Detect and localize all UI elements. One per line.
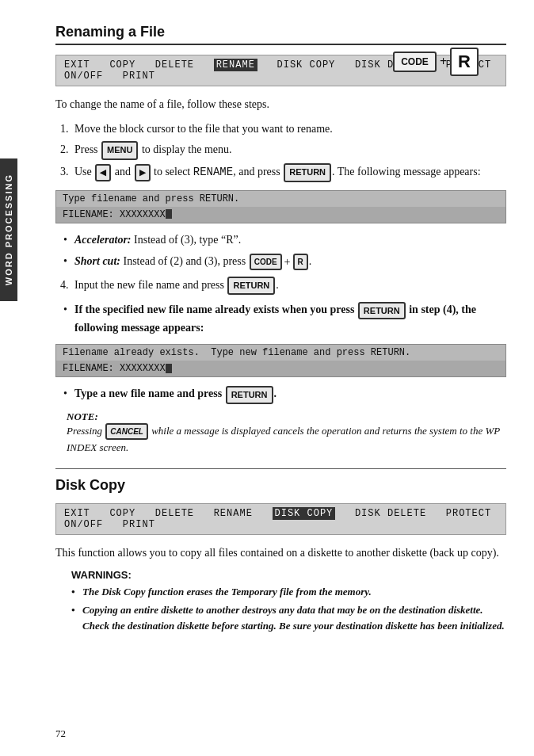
type-new-bullet-list: Type a new file name and press RETURN. <box>63 385 506 403</box>
warnings-label: WARNINGS: <box>71 569 506 581</box>
right-arrow-key: ▶ <box>135 164 151 181</box>
bullet-shortcut: Short cut: Instead of (2) and (3), press… <box>63 253 506 270</box>
section1-title: Renaming a File <box>55 24 506 45</box>
side-tab-label: WORD PROCESSING <box>4 174 13 285</box>
section-divider <box>55 468 506 469</box>
bullet-accelerator: Accelerator: Instead of (3), type “R”. <box>63 231 506 248</box>
screen-box-1: Type filename and press RETURN. FILENAME… <box>55 190 506 223</box>
screen-line-1b: FILENAME: XXXXXXXX <box>56 207 505 223</box>
warning-2: Copying an entire diskette to another de… <box>71 602 506 633</box>
type-new-text: Type a new file name and press RETURN. <box>74 388 277 399</box>
menu2-item-diskdelete[interactable]: DISK DELETE <box>355 508 426 519</box>
key-combo: CODE + R <box>393 48 479 76</box>
step-1: Move the block cursor to the file that y… <box>71 120 506 138</box>
code-key: CODE <box>393 52 437 72</box>
type-new-bullet: Type a new file name and press RETURN. <box>63 385 506 403</box>
steps-list: Move the block cursor to the file that y… <box>71 120 506 182</box>
cursor-1 <box>166 209 172 219</box>
accelerator-label: Accelerator: <box>74 234 132 246</box>
page-number: 72 <box>55 727 66 740</box>
menu-item-exit[interactable]: EXIT <box>64 59 90 71</box>
menu2-item-exit[interactable]: EXIT <box>64 508 90 519</box>
r-key-inline: R <box>293 254 308 270</box>
section2-title: Disk Copy <box>55 477 506 494</box>
return-key-2: RETURN <box>227 277 275 296</box>
menu2-item-copy[interactable]: COPY <box>109 508 135 519</box>
menu-item-diskcopy[interactable]: DISK COPY <box>277 59 336 71</box>
return-key-4: RETURN <box>226 386 273 404</box>
shortcut-label: Short cut: <box>74 255 120 267</box>
step-3: Use ◀ and ▶ to select RENAME, and press … <box>71 163 506 182</box>
screen-line-2b: FILENAME: XXXXXXXX <box>56 361 505 376</box>
step-2: Press MENU to display the menu. <box>71 141 506 160</box>
side-tab: WORD PROCESSING <box>0 158 17 301</box>
code-r-combo: CODE + R <box>249 254 309 270</box>
note-text: Pressing CANCEL while a message is displ… <box>67 423 506 456</box>
menu2-item-print[interactable]: PRINT <box>123 519 155 530</box>
menu-key: MENU <box>101 141 138 160</box>
warning-text: If the specified new file name already e… <box>74 304 476 334</box>
menu2-item-delete[interactable]: DELETE <box>155 508 194 519</box>
cursor-2 <box>166 364 172 373</box>
shortcut-text: Instead of (2) and (3), press CODE + R . <box>123 255 311 267</box>
menu-item-print[interactable]: PRINT <box>123 71 155 82</box>
section1-intro: To change the name of a file, follow the… <box>55 96 506 113</box>
section2-intro: This function allows you to copy all fil… <box>55 544 506 561</box>
accelerator-text: Instead of (3), type “R”. <box>134 234 241 246</box>
cancel-key: CANCEL <box>105 423 148 440</box>
note-block: NOTE: Pressing CANCEL while a message is… <box>67 410 506 456</box>
warning-bullet-list: If the specified new file name already e… <box>63 301 506 336</box>
plus-inline: + <box>284 254 291 270</box>
screen-line-2a: Filename already exists. Type new filena… <box>56 345 505 361</box>
warning-1: The Disk Copy function erases the Tempor… <box>71 584 506 600</box>
menu-bar-2: EXIT COPY DELETE RENAME DISK COPY DISK D… <box>55 503 506 535</box>
menu-item-delete[interactable]: DELETE <box>155 59 194 71</box>
plus-sign: + <box>440 55 447 69</box>
code-key-inline: CODE <box>250 254 282 270</box>
warnings-list: The Disk Copy function erases the Tempor… <box>71 584 506 634</box>
screen-box-2: Filename already exists. Type new filena… <box>55 344 506 377</box>
r-key: R <box>450 48 479 76</box>
page-content: Renaming a File CODE + R EXIT COPY DELET… <box>24 0 534 756</box>
return-key-1: RETURN <box>284 163 331 182</box>
return-key-3: RETURN <box>358 302 406 320</box>
menu-item-rename-active[interactable]: RENAME <box>214 59 257 71</box>
menu2-item-rename[interactable]: RENAME <box>214 508 253 519</box>
menu-item-copy[interactable]: COPY <box>109 59 135 71</box>
note-label: NOTE: <box>67 410 506 423</box>
screen-line-1a: Type filename and press RETURN. <box>56 191 505 207</box>
menu2-item-diskcopy-active[interactable]: DISK COPY <box>273 507 336 520</box>
left-arrow-key: ◀ <box>95 164 111 181</box>
step-4: Input the new file name and press RETURN… <box>71 277 506 296</box>
warning-bullet: If the specified new file name already e… <box>63 301 506 336</box>
bullet-list-1: Accelerator: Instead of (3), type “R”. S… <box>63 231 506 270</box>
step4-list: Input the new file name and press RETURN… <box>71 277 506 296</box>
